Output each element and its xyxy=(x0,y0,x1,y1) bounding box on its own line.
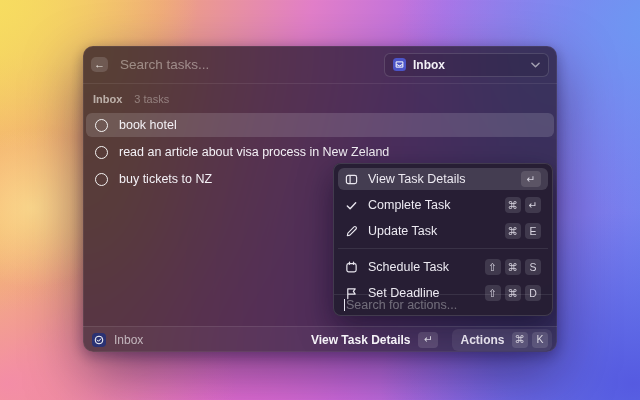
menu-divider xyxy=(338,248,548,249)
key-cmd: ⌘ xyxy=(505,223,522,239)
key-cmd: ⌘ xyxy=(505,197,522,213)
action-label: Complete Task xyxy=(368,198,495,212)
actions-search-input[interactable]: Search for actions... xyxy=(334,294,552,315)
pencil-icon xyxy=(345,225,358,238)
panel-left-icon xyxy=(345,173,358,186)
task-title: read an article about visa process in Ne… xyxy=(119,145,389,159)
task-title: buy tickets to NZ xyxy=(119,172,212,186)
chevron-down-icon xyxy=(531,62,540,68)
action-item-schedule-task[interactable]: Schedule Task ⇧ ⌘ S xyxy=(338,256,548,278)
arrow-left-icon: ← xyxy=(94,59,105,70)
key-return: ↵ xyxy=(418,332,438,348)
key-cmd: ⌘ xyxy=(505,259,522,275)
text-caret xyxy=(344,299,345,311)
key-return: ↵ xyxy=(525,197,541,213)
status-bar: Inbox View Task Details ↵ Actions ⌘ K xyxy=(83,326,557,352)
actions-button-label: Actions xyxy=(460,333,504,347)
key-s: S xyxy=(525,259,541,275)
action-label: View Task Details xyxy=(368,172,511,186)
key-k: K xyxy=(532,332,548,348)
action-item-view-task-details[interactable]: View Task Details ↵ xyxy=(338,168,548,190)
list-picker-dropdown[interactable]: Inbox xyxy=(384,53,549,77)
key-e: E xyxy=(525,223,541,239)
primary-action-label[interactable]: View Task Details xyxy=(311,333,411,347)
section-title: Inbox xyxy=(93,93,122,105)
shortcut-keys: ⌘ ↵ xyxy=(505,197,542,213)
task-row[interactable]: read an article about visa process in Ne… xyxy=(86,140,554,164)
key-return: ↵ xyxy=(521,171,541,187)
actions-popover: View Task Details ↵ Complete Task ⌘ ↵ Up… xyxy=(333,163,553,316)
task-checkbox-icon[interactable] xyxy=(95,173,108,186)
list-picker-label: Inbox xyxy=(413,58,524,72)
action-item-complete-task[interactable]: Complete Task ⌘ ↵ xyxy=(338,194,548,216)
key-cmd: ⌘ xyxy=(512,332,529,348)
task-title: book hotel xyxy=(119,118,177,132)
shortcut-keys: ↵ xyxy=(521,171,541,187)
task-row[interactable]: book hotel xyxy=(86,113,554,137)
check-icon xyxy=(345,199,358,212)
section-task-count: 3 tasks xyxy=(134,93,169,105)
action-label: Update Task xyxy=(368,224,495,238)
task-app-window: ← Inbox Inbox 3 tasks book hotel read an… xyxy=(83,46,557,352)
list-section-header: Inbox 3 tasks xyxy=(83,84,557,110)
back-button[interactable]: ← xyxy=(91,57,108,72)
key-shift: ⇧ xyxy=(485,259,501,275)
search-header: ← Inbox xyxy=(83,46,557,84)
shortcut-keys: ⇧ ⌘ S xyxy=(485,259,542,275)
inbox-icon xyxy=(393,58,406,71)
search-input[interactable] xyxy=(120,57,384,72)
task-checkbox-icon[interactable] xyxy=(95,119,108,132)
actions-menu-button[interactable]: Actions ⌘ K xyxy=(452,329,552,351)
action-item-update-task[interactable]: Update Task ⌘ E xyxy=(338,220,548,242)
action-label: Schedule Task xyxy=(368,260,475,274)
task-checkbox-icon[interactable] xyxy=(95,146,108,159)
shortcut-keys: ⌘ E xyxy=(505,223,542,239)
actions-search-placeholder: Search for actions... xyxy=(346,298,457,312)
calendar-icon xyxy=(345,261,358,274)
app-logo-icon xyxy=(92,333,106,347)
status-context-label: Inbox xyxy=(114,333,303,347)
